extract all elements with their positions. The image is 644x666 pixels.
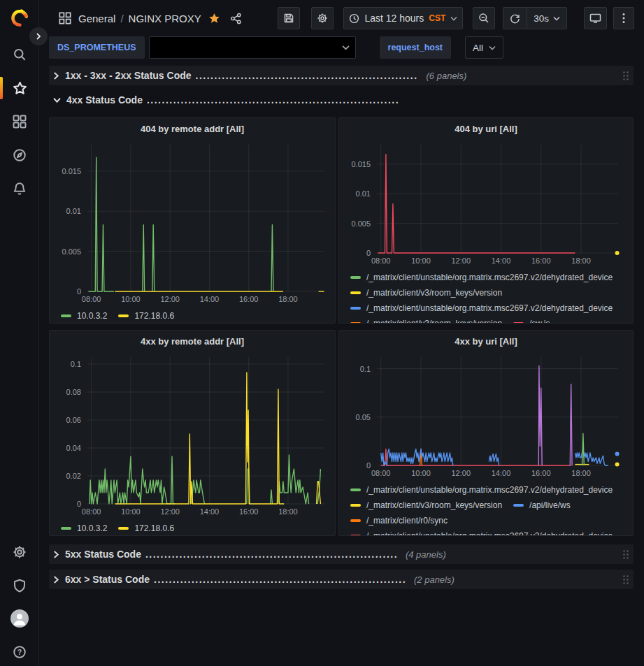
panel-header[interactable]: 4xx by uri [All] [345, 331, 627, 352]
sidebar-item-alerting[interactable] [10, 179, 29, 198]
request-host-variable-label[interactable]: request_host [380, 36, 452, 59]
time-series-chart[interactable]: 00.0050.010.01508:0010:0012:0014:0016:00… [345, 139, 623, 268]
drag-handle-icon[interactable] [622, 574, 629, 585]
search-icon [13, 48, 27, 61]
chevron-down-icon [553, 16, 560, 21]
legend-swatch [350, 291, 361, 294]
legend-item[interactable]: /_matrix/client/v3/room_keys/version [350, 285, 502, 301]
sidebar-item-explore[interactable] [10, 145, 29, 165]
legend-row: /_matrix/client/r0/sync [350, 513, 627, 528]
legend-label: /_matrix/client/v3/room_keys/version [366, 498, 502, 513]
legend: 10.0.3.2172.18.0.6 [55, 519, 329, 536]
svg-text:0.1: 0.1 [71, 360, 81, 368]
active-indicator [0, 77, 3, 99]
legend-item[interactable]: /api/live/ws [513, 498, 571, 513]
sidebar-item-dashboards[interactable] [10, 112, 29, 131]
legend-item[interactable]: 172.18.0.6 [118, 308, 174, 324]
panel-404-by-remote-addr: 404 by remote addr [All] 00.0050.010.015… [49, 117, 336, 324]
row-header-6xx[interactable]: 6xx > Status Code ......................… [49, 570, 634, 589]
legend-item[interactable]: 172.18.0.6 [118, 521, 174, 536]
dashboards-grid-icon [13, 115, 27, 129]
tv-mode-button[interactable] [584, 7, 607, 29]
refresh-button[interactable] [503, 8, 527, 29]
legend-item[interactable]: /sw.js [513, 316, 550, 324]
share-icon[interactable] [230, 13, 242, 24]
legend-swatch [350, 488, 361, 491]
legend-item[interactable]: 10.0.3.2 [61, 308, 107, 324]
row-header-1xx-3xx-2xx[interactable]: 1xx - 3xx - 2xx Status Code ............… [49, 66, 634, 85]
legend-label: /_matrix/client/unstable/org.matrix.msc2… [366, 528, 613, 536]
legend-item[interactable]: /_matrix/client/unstable/org.matrix.msc2… [350, 482, 613, 498]
panel-header[interactable]: 4xx by remote addr [All] [55, 331, 329, 352]
legend-item[interactable]: 10.0.3.2 [61, 521, 107, 536]
panel-404-by-uri: 404 by uri [All] 00.0050.010.01508:0010:… [338, 117, 634, 324]
more-options-button[interactable] [613, 7, 634, 29]
sidebar-item-server-admin[interactable] [10, 576, 29, 595]
favorite-star-icon[interactable] [208, 13, 220, 24]
legend-item[interactable]: /_matrix/client/v3/room_keys/version [350, 498, 502, 513]
shield-icon [13, 579, 27, 593]
legend-swatch [350, 504, 361, 507]
sidebar-expand-button[interactable] [29, 27, 48, 45]
panel-title: 4xx by uri [All] [455, 336, 517, 347]
legend-label: /_matrix/client/v3/room_keys/version [366, 316, 502, 324]
row-title: 1xx - 3xx - 2xx Status Code [65, 70, 192, 81]
sidebar-item-profile[interactable] [10, 609, 29, 628]
datasource-variable-label[interactable]: DS_PROMETHEUS [49, 36, 145, 59]
svg-text:16:00: 16:00 [239, 295, 259, 303]
legend-item[interactable]: /_matrix/client/r0/sync [350, 513, 448, 528]
apps-grid-icon[interactable] [59, 12, 71, 24]
svg-text:0.06: 0.06 [66, 416, 81, 424]
row-panel-count: (4 panels) [406, 549, 446, 560]
row-header-4xx[interactable]: 4xx Status Code ........................… [49, 91, 634, 109]
legend-swatch [350, 322, 361, 324]
svg-text:0.02: 0.02 [66, 472, 81, 480]
row-dots: ........................................… [196, 70, 418, 81]
time-series-chart[interactable]: 00.020.040.060.080.108:0010:0012:0014:00… [55, 352, 329, 519]
legend-row: 10.0.3.2172.18.0.6 [61, 308, 329, 324]
legend-row: /_matrix/client/unstable/org.matrix.msc2… [350, 528, 627, 536]
row-dots: ........................................… [154, 574, 406, 585]
svg-text:18:00: 18:00 [278, 295, 298, 303]
save-dashboard-button[interactable] [278, 7, 300, 29]
legend-label: /_matrix/client/r0/sync [366, 513, 448, 528]
breadcrumb-separator: / [120, 13, 123, 24]
chevron-down-icon [450, 16, 457, 21]
time-range-picker[interactable]: Last 12 hours CST [343, 7, 463, 29]
row-header-5xx[interactable]: 5xx Status Code ........................… [49, 544, 634, 564]
sidebar-item-help[interactable]: ? [10, 642, 29, 662]
drag-handle-icon[interactable] [622, 549, 629, 560]
legend-row: 10.0.3.2172.18.0.6 [61, 521, 329, 536]
sidebar-item-configuration[interactable] [10, 542, 29, 562]
chevron-right-icon [53, 576, 59, 584]
request-host-select[interactable]: All [465, 36, 503, 59]
time-series-chart[interactable]: 00.0050.010.01508:0010:0012:0014:0016:00… [55, 139, 329, 307]
legend-row: /_matrix/client/unstable/org.matrix.msc2… [350, 301, 627, 316]
svg-text:10:00: 10:00 [121, 295, 141, 303]
legend-item[interactable]: /_matrix/client/unstable/org.matrix.msc2… [350, 301, 613, 316]
dashboard-settings-button[interactable] [311, 7, 334, 29]
svg-text:18:00: 18:00 [571, 256, 591, 265]
legend-item[interactable]: /_matrix/client/unstable/org.matrix.msc2… [350, 270, 613, 285]
legend-item[interactable]: /_matrix/client/unstable/org.matrix.msc2… [350, 528, 613, 536]
sidebar-item-starred[interactable] [10, 78, 29, 98]
legend-item[interactable]: /_matrix/client/v3/room_keys/version [350, 316, 502, 324]
drag-handle-icon[interactable] [622, 71, 629, 81]
breadcrumb-section[interactable]: General [78, 13, 115, 24]
svg-text:0: 0 [366, 461, 371, 470]
panel-header[interactable]: 404 by remote addr [All] [55, 118, 329, 139]
chevron-right-icon [35, 33, 42, 40]
panel-header[interactable]: 404 by uri [All] [345, 118, 627, 139]
dashboard-toolbar: General/NGINX PROXY [39, 0, 644, 36]
time-series-chart[interactable]: 00.050.108:0010:0012:0014:0016:0018:00 [345, 352, 623, 481]
clock-icon [349, 13, 359, 24]
row-title: 5xx Status Code [65, 549, 141, 560]
refresh-interval-select[interactable]: 30s [527, 8, 566, 29]
datasource-select[interactable] [149, 36, 356, 59]
grafana-logo[interactable] [10, 8, 29, 28]
legend-label: /_matrix/client/v3/room_keys/version [366, 285, 502, 301]
svg-text:08:00: 08:00 [371, 469, 391, 477]
sidebar-item-search[interactable] [10, 45, 29, 64]
zoom-out-time-button[interactable] [473, 7, 495, 29]
legend-label: /_matrix/client/unstable/org.matrix.msc2… [366, 301, 613, 316]
